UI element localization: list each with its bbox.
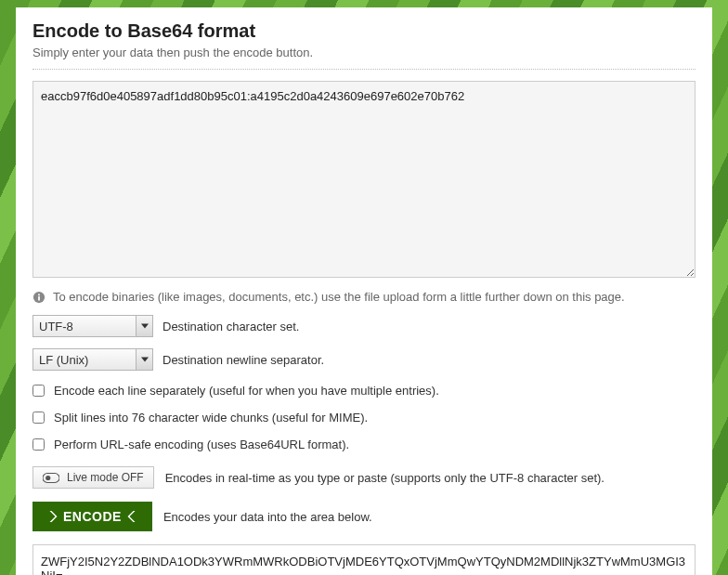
info-icon bbox=[32, 291, 46, 304]
chevron-left-icon bbox=[127, 511, 136, 522]
page-title: Encode to Base64 format bbox=[32, 20, 696, 42]
charset-select[interactable]: UTF-8 bbox=[32, 315, 153, 337]
urlsafe-row[interactable]: Perform URL-safe encoding (uses Base64UR… bbox=[32, 438, 696, 451]
toggle-icon bbox=[43, 473, 59, 483]
divider bbox=[32, 69, 696, 70]
urlsafe-checkbox[interactable] bbox=[32, 438, 45, 451]
encode-button-label: ENCODE bbox=[63, 509, 122, 524]
eachline-label: Encode each line separately (useful for … bbox=[54, 384, 439, 398]
svg-point-4 bbox=[46, 475, 50, 479]
binary-hint-text: To encode binaries (like images, documen… bbox=[53, 290, 625, 304]
live-mode-toggle[interactable]: Live mode OFF bbox=[32, 466, 154, 489]
eachline-checkbox[interactable] bbox=[32, 385, 45, 397]
dropdown-arrow-icon bbox=[136, 316, 152, 336]
encode-desc: Encodes your data into the area below. bbox=[163, 510, 372, 524]
split76-checkbox[interactable] bbox=[32, 412, 45, 424]
charset-label: Destination character set. bbox=[162, 320, 299, 333]
subtitle: Simply enter your data then push the enc… bbox=[32, 46, 696, 59]
output-textarea[interactable]: ZWFjY2I5N2Y2ZDBlNDA1ODk3YWRmMWRkODBiOTVj… bbox=[32, 544, 696, 575]
encode-panel: Encode to Base64 format Simply enter you… bbox=[16, 7, 712, 575]
newline-label: Destination newline separator. bbox=[162, 353, 324, 367]
eachline-row[interactable]: Encode each line separately (useful for … bbox=[32, 384, 696, 398]
svg-rect-2 bbox=[38, 294, 40, 295]
input-textarea[interactable] bbox=[32, 81, 696, 278]
split76-label: Split lines into 76 character wide chunk… bbox=[54, 411, 368, 425]
newline-select[interactable]: LF (Unix) bbox=[32, 348, 153, 371]
live-mode-label: Live mode OFF bbox=[67, 471, 144, 484]
live-mode-desc: Encodes in real-time as you type or past… bbox=[165, 471, 604, 485]
charset-selected: UTF-8 bbox=[33, 320, 136, 333]
urlsafe-label: Perform URL-safe encoding (uses Base64UR… bbox=[54, 438, 349, 451]
svg-rect-3 bbox=[43, 473, 59, 482]
encode-button[interactable]: ENCODE bbox=[32, 502, 152, 531]
newline-selected: LF (Unix) bbox=[33, 353, 136, 367]
dropdown-arrow-icon bbox=[136, 349, 152, 370]
binary-hint-row: To encode binaries (like images, documen… bbox=[32, 290, 696, 304]
split76-row[interactable]: Split lines into 76 character wide chunk… bbox=[32, 411, 696, 425]
chevron-right-icon bbox=[49, 511, 58, 522]
svg-rect-1 bbox=[38, 296, 40, 300]
